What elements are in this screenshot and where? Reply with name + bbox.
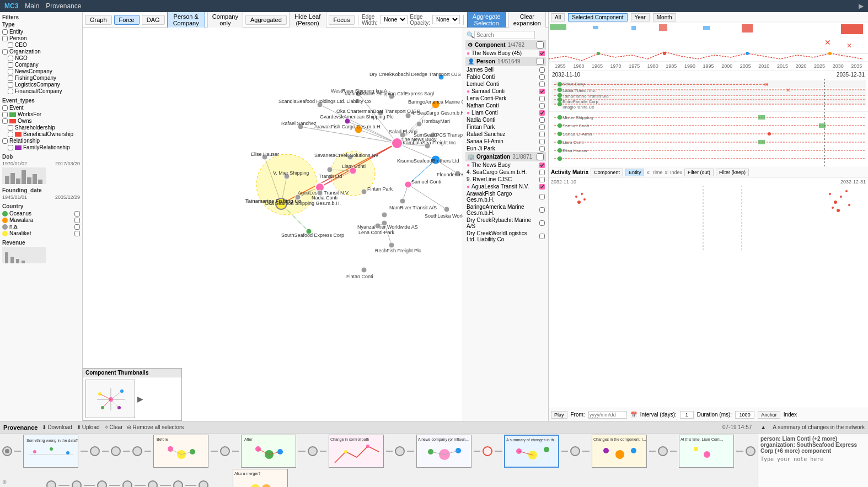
aggregated-btn[interactable]: Aggregated xyxy=(245,15,287,25)
type-ceo-cb[interactable] xyxy=(8,42,13,48)
node-dry-creek-transport[interactable] xyxy=(438,74,444,80)
interval-input[interactable] xyxy=(680,411,694,419)
download-btn[interactable]: ⬇ Download xyxy=(42,424,72,430)
hide-leaf-btn[interactable]: Hide Leaf (Person) xyxy=(289,12,326,28)
org-riverline[interactable]: 9. RiverLine CJSC xyxy=(465,176,546,183)
org-arawak-cb[interactable] xyxy=(539,194,545,199)
node-sumkamba[interactable] xyxy=(430,132,436,138)
fintan-park-cb[interactable] xyxy=(539,125,545,130)
node-transit-ltd[interactable] xyxy=(327,167,333,172)
node-seacargo4[interactable] xyxy=(405,113,411,118)
zoomed-timeline[interactable]: ✕ ✕ News Buoy Labia Transit Inv. Tainama… xyxy=(549,79,868,112)
edge-opacity-select[interactable]: None xyxy=(432,15,460,24)
prov-node-10[interactable] xyxy=(746,446,756,456)
prov-node-5[interactable] xyxy=(220,446,230,456)
activity-filter-out-btn[interactable]: Filter (out) xyxy=(684,169,714,176)
node-samuel-conti[interactable] xyxy=(405,181,411,188)
org-drycreek-cb[interactable] xyxy=(539,220,545,226)
prov-node-4[interactable] xyxy=(132,446,142,456)
node-kambala[interactable] xyxy=(425,143,430,149)
person-lemuel-conti[interactable]: Lemuel Conti xyxy=(465,80,546,88)
na-cb[interactable] xyxy=(74,224,80,230)
prov-node-8[interactable] xyxy=(570,446,580,456)
person-sanaa-elamin[interactable]: Sanaa El-Amin xyxy=(465,138,546,145)
node-nyanza[interactable] xyxy=(382,220,387,226)
node-hombay[interactable] xyxy=(416,121,422,127)
search-input[interactable] xyxy=(474,31,535,39)
james-bell-cb[interactable] xyxy=(539,67,545,73)
node-scania[interactable] xyxy=(317,102,323,107)
prov-thumb-component[interactable]: Changes in the component, t... xyxy=(592,435,647,468)
node-rafael-sanchez[interactable] xyxy=(298,124,303,129)
type-logisticscompany-cb[interactable] xyxy=(8,82,13,88)
tab-all[interactable]: All xyxy=(551,13,565,21)
component-select-all-cb[interactable] xyxy=(537,41,544,48)
liam-conti-cb[interactable] xyxy=(539,110,545,116)
provenance-note-input[interactable] xyxy=(760,456,866,487)
type-ngo-cb[interactable] xyxy=(8,56,13,61)
person-james-bell[interactable]: James Bell xyxy=(465,66,546,73)
prov-thumb-before[interactable]: Before xyxy=(153,435,208,468)
node-extra3[interactable] xyxy=(382,212,387,218)
org-baringo[interactable]: BaringoAmerica Marine Ges.m.b.H. xyxy=(465,203,546,217)
clear-expansion-btn[interactable]: Clear expansion xyxy=(508,12,546,28)
duration-input[interactable] xyxy=(735,411,754,419)
lemuel-conti-cb[interactable] xyxy=(539,82,545,87)
calendar-icon[interactable]: 📅 xyxy=(630,412,637,418)
play-btn[interactable]: Play xyxy=(551,411,567,419)
person-fabio-conti[interactable]: Fabio Conti xyxy=(465,73,546,80)
person-rafael-sanchez[interactable]: Rafael Sanchez xyxy=(465,131,546,138)
type-company-cb[interactable] xyxy=(8,62,13,68)
node-westriver[interactable] xyxy=(356,91,361,96)
person-liam-conti[interactable]: ●Liam Conti xyxy=(465,109,546,116)
news-buoy-item-cb[interactable] xyxy=(539,51,545,56)
menu-provenance[interactable]: Provenance xyxy=(46,2,81,10)
node-elise-hauser[interactable] xyxy=(262,154,267,160)
node-southleska[interactable] xyxy=(444,207,449,212)
org-arawak[interactable]: ArawakFish Cargo Ges.m.b.H. xyxy=(465,190,546,203)
node-liam-conti[interactable] xyxy=(350,167,356,174)
node-namriver[interactable] xyxy=(400,198,405,204)
prov-thumb-after[interactable]: After xyxy=(241,435,296,468)
component-item-news-buoy[interactable]: ● The News Buoy (45) xyxy=(465,50,546,57)
node-vmier[interactable] xyxy=(284,174,290,179)
sanaa-elamin-cb[interactable] xyxy=(539,139,545,144)
prov-node-9[interactable] xyxy=(658,446,668,456)
prov-thumb-liam[interactable]: At this time, Liam Conti... xyxy=(679,435,734,468)
mawalara-cb[interactable] xyxy=(74,218,80,223)
prov-thumb-summary[interactable]: A summary of changes in th... xyxy=(504,435,559,468)
node-arawak[interactable] xyxy=(355,126,362,133)
eunji-park-cb[interactable] xyxy=(539,146,545,151)
node-news-buoy[interactable] xyxy=(392,138,403,149)
node-fintan-park[interactable] xyxy=(361,189,367,194)
node-fintan-conti[interactable] xyxy=(361,267,367,273)
samuel-conti-cb[interactable] xyxy=(539,89,545,94)
prov-branch-node-5[interactable] xyxy=(148,480,158,487)
node-tainamarine[interactable] xyxy=(276,198,287,209)
tab-year[interactable]: Year xyxy=(631,13,650,21)
type-entity-cb[interactable] xyxy=(2,29,8,35)
prov-node-6[interactable] xyxy=(308,446,318,456)
fabio-conti-cb[interactable] xyxy=(539,74,545,80)
org-news-buoy-cb[interactable] xyxy=(539,163,545,168)
et-relationship-cb[interactable] xyxy=(2,138,8,144)
focus-btn[interactable]: Focus xyxy=(329,15,355,25)
et-worksfor-cb[interactable] xyxy=(2,112,8,117)
type-financialcompany-cb[interactable] xyxy=(8,89,13,94)
person-fintan-park[interactable]: Fintan Park xyxy=(465,123,546,131)
node-southseafood[interactable] xyxy=(306,229,312,234)
naraliket-cb[interactable] xyxy=(74,231,80,236)
tab-month[interactable]: Month xyxy=(653,13,676,21)
org-riverline-cb[interactable] xyxy=(539,177,545,182)
tab-selected-component[interactable]: Selected Component xyxy=(568,13,627,21)
node-baringo[interactable] xyxy=(432,101,440,109)
node-nadia-conti[interactable] xyxy=(317,190,323,196)
node-extra1[interactable] xyxy=(378,110,383,116)
company-only-btn[interactable]: Company only xyxy=(207,12,243,28)
prov-thumb-control[interactable]: Change in control path xyxy=(329,435,384,468)
comp-thumb-next-icon[interactable]: ▶ xyxy=(137,394,143,403)
person-select-all-cb[interactable] xyxy=(537,58,544,65)
rafael-sanchez-cb[interactable] xyxy=(539,132,545,137)
et-beneficial-cb[interactable] xyxy=(8,132,13,137)
type-organization-cb[interactable] xyxy=(2,49,8,55)
